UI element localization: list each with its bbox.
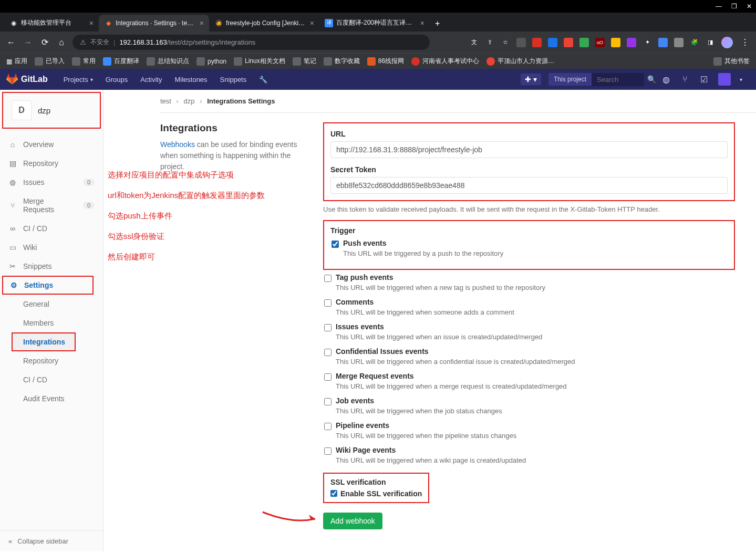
sidebar-item-snippets[interactable]: ✂Snippets: [0, 257, 103, 276]
other-bookmarks[interactable]: 其他书签: [713, 57, 750, 66]
translate-ext-icon[interactable]: 文: [469, 38, 479, 47]
ext-icon[interactable]: ✦: [643, 38, 652, 47]
ext-icon[interactable]: [627, 38, 636, 47]
extensions-area: 文 ⇪ ☆ uO ✦ 🧩 ◨ ⋮: [469, 37, 751, 48]
close-icon[interactable]: ×: [89, 19, 94, 27]
push-events-checkbox[interactable]: [332, 241, 339, 248]
sidebar-sub-repository[interactable]: Repository: [0, 351, 103, 370]
trigger-checkbox[interactable]: [324, 349, 332, 356]
browser-tab[interactable]: ◆ Integrations · Settings · test / d ×: [99, 15, 209, 32]
bookmark-folder[interactable]: 已导入: [35, 57, 65, 66]
collapse-sidebar[interactable]: « Collapse sidebar: [0, 530, 103, 551]
secret-token-input[interactable]: [330, 177, 728, 194]
menu-icon[interactable]: ⋮: [739, 37, 751, 47]
trigger-checkbox[interactable]: [324, 423, 332, 430]
search-scope[interactable]: This project: [548, 73, 592, 86]
close-icon[interactable]: ×: [310, 19, 314, 27]
bookmark-item[interactable]: 河南省人事考试中心: [411, 57, 479, 66]
profile-avatar[interactable]: [721, 37, 733, 48]
nav-snippets[interactable]: Snippets: [215, 69, 252, 90]
webhook-url-input[interactable]: [330, 141, 728, 158]
bookmark-item[interactable]: 86线报网: [367, 57, 404, 66]
ext-icon[interactable]: [674, 38, 683, 47]
trigger-checkbox[interactable]: [324, 324, 332, 331]
bookmark-folder[interactable]: 笔记: [293, 57, 316, 66]
sidebar-item-repository[interactable]: ▤Repository: [0, 154, 103, 173]
bookmark-folder[interactable]: python: [196, 57, 226, 66]
nav-activity[interactable]: Activity: [135, 69, 167, 90]
browser-tab[interactable]: 译 百度翻译-200种语言互译、沟通… ×: [319, 14, 430, 32]
new-dropdown[interactable]: ✚ ▾: [521, 74, 541, 85]
ext-icon[interactable]: [611, 38, 620, 47]
ext-icon[interactable]: [579, 38, 589, 47]
bookmark-folder[interactable]: 常用: [72, 57, 96, 66]
star-icon[interactable]: ☆: [501, 38, 510, 47]
panel-icon[interactable]: ◨: [706, 38, 715, 47]
sidebar-sub-members[interactable]: Members: [0, 314, 103, 332]
project-name: dzp: [38, 106, 50, 115]
wrench-icon[interactable]: 🔧: [254, 69, 273, 90]
bookmark-folder[interactable]: Linux相关文档: [234, 57, 285, 66]
sidebar-item-wiki[interactable]: ▭Wiki: [0, 238, 103, 257]
bookmark-item[interactable]: 百度翻译: [103, 57, 139, 66]
user-avatar[interactable]: [718, 73, 731, 86]
project-header[interactable]: D dzp: [2, 92, 101, 129]
sidebar-sub-integrations[interactable]: Integrations: [12, 332, 76, 351]
ext-icon[interactable]: [516, 38, 526, 47]
nav-milestones[interactable]: Milestones: [169, 69, 212, 90]
reload-button[interactable]: ⟳: [39, 37, 50, 47]
trigger-checkbox[interactable]: [324, 275, 332, 282]
window-maximize[interactable]: ❐: [731, 3, 737, 10]
trigger-checkbox[interactable]: [324, 447, 332, 455]
caret-down-icon[interactable]: ▾: [732, 69, 750, 90]
trigger-checkbox[interactable]: [324, 398, 332, 405]
ext-icon[interactable]: [532, 38, 542, 47]
browser-tab[interactable]: ◉ 移动能效管理平台 ×: [4, 14, 99, 32]
add-webhook-button[interactable]: Add webhook: [323, 513, 382, 529]
back-button[interactable]: ←: [5, 38, 17, 47]
bookmark-item[interactable]: 平顶山市人力资源…: [486, 57, 554, 66]
todos-icon[interactable]: ☑: [695, 69, 713, 90]
puzzle-icon[interactable]: 🧩: [690, 38, 699, 47]
ublock-icon[interactable]: uO: [595, 38, 605, 47]
breadcrumb-project[interactable]: dzp: [184, 97, 195, 105]
browser-tab[interactable]: 🧔 freestyle-job Config [Jenkins] ×: [209, 15, 319, 32]
sidebar-sub-audit[interactable]: Audit Events: [0, 389, 103, 408]
apps-button[interactable]: ▦应用: [6, 57, 27, 66]
sidebar-sub-general[interactable]: General: [0, 295, 103, 314]
nav-projects[interactable]: Projects: [58, 69, 98, 90]
sidebar-item-settings[interactable]: ⚙Settings: [2, 276, 94, 295]
ext-icon[interactable]: [564, 38, 573, 47]
ext-icon[interactable]: [548, 38, 557, 47]
breadcrumb-root[interactable]: test: [160, 97, 171, 105]
webhooks-link[interactable]: Webhooks: [160, 140, 195, 149]
trigger-item: Issues events This URL will be triggered…: [323, 322, 735, 345]
search-input[interactable]: [592, 73, 644, 86]
issues-icon[interactable]: ◍: [657, 69, 675, 90]
search-icon[interactable]: 🔍: [647, 75, 656, 84]
ssl-checkbox[interactable]: [330, 490, 337, 497]
annotation-overlay: 选择对应项目的配置中集成钩子选项 url和token为Jenkins配置的触发器…: [108, 164, 313, 267]
forward-button[interactable]: →: [22, 38, 34, 47]
ext-icon[interactable]: [658, 38, 668, 47]
gitlab-logo[interactable]: GitLab: [6, 74, 48, 85]
trigger-checkbox[interactable]: [324, 299, 332, 307]
share-icon[interactable]: ⇪: [485, 38, 494, 47]
nav-groups[interactable]: Groups: [100, 69, 133, 90]
window-minimize[interactable]: —: [716, 3, 722, 10]
sidebar-item-issues[interactable]: ◍Issues0: [0, 173, 103, 192]
close-icon[interactable]: ×: [420, 19, 424, 27]
address-bar[interactable]: ⚠ 不安全 | 192.168.31.163/test/dzp/settings…: [73, 35, 430, 50]
window-close[interactable]: ✕: [747, 3, 752, 10]
trigger-checkbox[interactable]: [324, 373, 332, 381]
close-icon[interactable]: ×: [200, 19, 204, 27]
sidebar-item-cicd[interactable]: ∞CI / CD: [0, 219, 103, 238]
merge-requests-icon[interactable]: ⑂: [676, 69, 694, 90]
bookmark-folder[interactable]: 数字收藏: [324, 57, 360, 66]
sidebar-item-overview[interactable]: ⌂Overview: [0, 135, 103, 154]
sidebar-sub-cicd[interactable]: CI / CD: [0, 370, 103, 389]
bookmark-folder[interactable]: 总结知识点: [147, 57, 189, 66]
new-tab-button[interactable]: +: [430, 16, 445, 32]
sidebar-item-merge-requests[interactable]: ⑂Merge Requests0: [0, 192, 103, 219]
home-button[interactable]: ⌂: [56, 38, 67, 47]
